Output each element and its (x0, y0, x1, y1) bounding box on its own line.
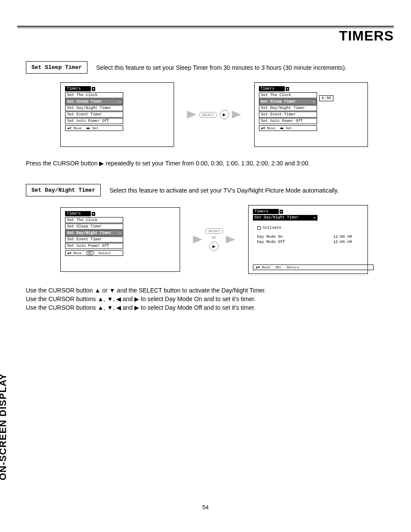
footer-hint: ▲▼ Move ◀▶ Set (65, 125, 123, 131)
set-label: Set (92, 126, 98, 130)
daynight-section-header: Set Day/Night Timer Select this feature … (17, 184, 394, 196)
chevron-down-icon: ▾ (92, 87, 95, 91)
daynight-arrow-group: SELECT or ▶ (193, 228, 235, 251)
menu-title: Timers (253, 209, 279, 214)
sleep-right-panel: Timers ▾ Set The Clock Set Sleep Timer S… (254, 82, 368, 147)
sleep-right-menu: Set The Clock Set Sleep Timer Set Day/Ni… (259, 92, 363, 124)
cursor-right-icon: ▶ (220, 110, 229, 119)
menu-item[interactable]: Set Auto Power Off (65, 118, 123, 124)
submenu-title-text: Set Day/Night Timer (255, 215, 299, 220)
daynight-left-panel: Timers ▾ Set The Clock Set Sleep Timer S… (60, 207, 180, 272)
cursor-right-icon: ▶ (209, 242, 219, 251)
menu-item[interactable]: Set Day/Night Timer (259, 105, 317, 111)
menu-item[interactable]: Set Sleep Timer (65, 224, 123, 230)
select-label: Select (98, 251, 111, 255)
chevron-down-icon: ▾ (92, 212, 95, 216)
mode-label: Day Mode Off (257, 240, 285, 244)
sleep-instruction: Press the CURSOR button ▶ repeatedly to … (17, 160, 394, 167)
sleep-left-menu: Set The Clock Set Sleep Timer Set Day/Ni… (65, 92, 169, 124)
page-title: TIMERS (17, 28, 394, 44)
menu-item[interactable]: Set The Clock (259, 92, 317, 98)
arrow-right-icon (187, 111, 196, 118)
select-button-icon: SELECT (199, 112, 217, 118)
page-number: 54 (0, 504, 411, 510)
menu-title: Timers (65, 211, 91, 216)
daynight-desc: Select this feature to activate and set … (109, 187, 339, 194)
mode-time: 12:00 AM (333, 235, 352, 239)
mode-row[interactable]: Day Mode On 12:00 AM (257, 234, 352, 240)
footer-hint: ▲▼ Move SEL Select (65, 250, 123, 256)
sel-oval-icon: SEL (86, 251, 94, 255)
mode-row[interactable]: Day Mode Off 12:00 AM (257, 240, 352, 245)
move-label: Move (73, 126, 81, 130)
move-label: Move (267, 126, 275, 130)
daynight-instruction: Use the CURSOR buttons ▲, ▼, ◀ and ▶ to … (17, 304, 394, 311)
menu-item[interactable]: Set The Clock (65, 217, 123, 223)
menu-item[interactable]: Set Day/Night Timer (65, 105, 123, 111)
chevron-down-icon: ▾ (286, 87, 289, 91)
sleep-arrow-group: SELECT ▶ (187, 110, 241, 119)
daynight-right-panel: Timers ▾ Set Day/Night Timer ▾ Activate … (248, 205, 368, 274)
mode-label: Day Mode On (257, 235, 283, 239)
daynight-left-menu: Set The Clock Set Sleep Timer Set Day/Ni… (65, 217, 175, 249)
menu-item[interactable]: Set Event Timer (259, 112, 317, 118)
activate-label: Activate (263, 226, 281, 230)
return-label: Return (287, 265, 299, 269)
menu-item[interactable]: Set Auto Power Off (65, 243, 123, 249)
arrow-right-icon (226, 236, 235, 243)
menu-item-highlight[interactable]: Set Day/Night Timer (65, 230, 123, 236)
menu-item[interactable]: Set Event Timer (65, 236, 123, 243)
sleep-desc: Select this feature to set your Sleep Ti… (96, 64, 346, 71)
activate-row[interactable]: Activate (257, 226, 359, 230)
menu-item[interactable]: Set Event Timer (65, 112, 123, 118)
footer-hint: ▲▼ Move ◀▶ Set (259, 125, 317, 131)
sleep-section-header: Set Sleep Timer Select this feature to s… (17, 61, 394, 74)
sleep-panels-row: Timers ▾ Set The Clock Set Sleep Timer S… (17, 82, 394, 147)
mode-time: 12:00 AM (333, 240, 352, 244)
daynight-panels-row: Timers ▾ Set The Clock Set Sleep Timer S… (17, 205, 394, 274)
set-label: Set (286, 126, 292, 130)
menu-title: Timers (65, 86, 91, 91)
chevron-down-icon: ▾ (280, 210, 283, 214)
move-label: Move (262, 265, 270, 269)
menu-item-highlight[interactable]: Set Sleep Timer (259, 99, 317, 105)
or-text: or (212, 236, 217, 240)
daynight-footer: ▲▼ Move SEL Return (253, 264, 374, 270)
menu-item[interactable]: Set Auto Power Off (259, 118, 317, 124)
submenu-title: Set Day/Night Timer ▾ (253, 215, 318, 221)
menu-title: Timers (259, 86, 285, 91)
sel-oval-icon: SEL (275, 265, 281, 269)
daynight-label-box: Set Day/Night Timer (26, 184, 101, 196)
arrow-right-icon (232, 111, 241, 118)
chevron-down-icon: ▾ (313, 215, 315, 220)
side-label: ON-SCREEN DISPLAY (0, 373, 9, 480)
checkbox-icon[interactable] (257, 226, 261, 230)
sleep-left-panel: Timers ▾ Set The Clock Set Sleep Timer S… (60, 82, 174, 147)
sleep-value-box: 0:30 (319, 95, 334, 101)
menu-item[interactable]: Set The Clock (65, 92, 123, 98)
menu-item-highlight[interactable]: Set Sleep Timer (65, 99, 123, 105)
arrow-right-icon (193, 236, 202, 243)
sleep-label-box: Set Sleep Timer (26, 61, 87, 74)
daynight-instruction: Use the CURSOR button ▲ or ▼ and the SEL… (17, 287, 394, 294)
daynight-instruction: Use the CURSOR buttons ▲, ▼, ◀ and ▶ to … (17, 296, 394, 302)
move-label: Move (73, 251, 81, 255)
select-button-icon: SELECT (205, 228, 223, 234)
